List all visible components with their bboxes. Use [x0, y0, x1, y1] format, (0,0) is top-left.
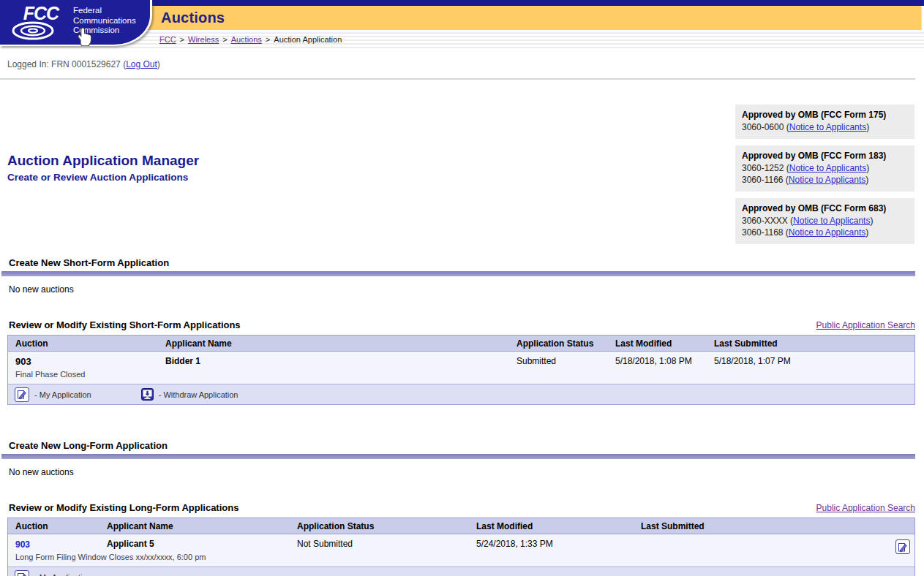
table-legend: - My Application: [8, 566, 914, 576]
auction-number: 903: [8, 356, 158, 367]
column-header-application-status: Application Status: [509, 338, 608, 349]
column-header-applicant-name: Applicant Name: [158, 338, 509, 349]
application-status: Submitted: [509, 356, 608, 366]
page-subtitle: Create or Review Auction Applications: [7, 172, 199, 183]
table-row: 903 Bidder 1 Submitted 5/18/2018, 1:08 P…: [8, 352, 914, 384]
breadcrumb-link-fcc[interactable]: FCC: [159, 35, 176, 44]
withdraw-application-icon: [141, 388, 154, 401]
omb-box-form-175: Approved by OMB (FCC Form 175) 3060-0600…: [735, 105, 914, 139]
review-short-form-heading: Review or Modify Existing Short-Form App…: [9, 319, 241, 330]
create-short-form-heading: Create New Short-Form Application: [9, 257, 924, 268]
table-header-row: Auction Applicant Name Application Statu…: [8, 336, 914, 352]
notice-to-applicants-link[interactable]: Notice to Applicants: [789, 227, 865, 238]
my-application-icon: [15, 387, 29, 402]
banner: Auctions: [146, 6, 921, 30]
create-long-form-heading: Create New Long-Form Application: [9, 440, 924, 451]
breadcrumb-link-wireless[interactable]: Wireless: [188, 35, 219, 44]
applicant-name: Bidder 1: [158, 356, 509, 366]
table-row: 903 Applicant 5 Not Submitted 5/24/2018,…: [8, 534, 914, 566]
column-header-application-status: Application Status: [290, 521, 469, 531]
site-header: Auctions FCC>Wireless>Auctions>Auction A…: [0, 0, 924, 49]
applicant-name: Applicant 5: [99, 539, 290, 549]
breadcrumb-separator: >: [180, 35, 184, 44]
column-header-auction: Auction: [8, 521, 99, 531]
application-status: Not Submitted: [290, 539, 469, 549]
breadcrumb-separator: >: [222, 35, 227, 44]
svg-text:FCC: FCC: [23, 3, 60, 23]
banner-title: Auctions: [146, 6, 921, 30]
column-header-last-modified: Last Modified: [469, 521, 634, 531]
logged-in-text: Logged In: FRN 0001529627: [7, 59, 121, 69]
breadcrumb-separator: >: [266, 35, 270, 44]
public-application-search-link[interactable]: Public Application Search: [816, 503, 915, 513]
no-new-auctions-text: No new auctions: [9, 284, 924, 295]
notice-to-applicants-link[interactable]: Notice to Applicants: [789, 163, 866, 173]
legend-label: - My Application: [34, 573, 91, 576]
breadcrumb-link-auctions[interactable]: Auctions: [231, 35, 262, 44]
last-modified: 5/24/2018, 1:33 PM: [469, 539, 634, 549]
last-modified: 5/18/2018, 1:08 PM: [608, 356, 707, 366]
login-bar: Logged In: FRN 0001529627 (Log Out): [7, 59, 924, 69]
column-header-last-submitted: Last Submitted: [707, 338, 914, 349]
notice-to-applicants-link[interactable]: Notice to Applicants: [789, 175, 865, 185]
omb-box-form-183: Approved by OMB (FCC Form 183) 3060-1252…: [735, 145, 914, 192]
breadcrumb-current: Auction Application: [274, 35, 342, 44]
filing-window-note: Long Form Filing Window Closes xx/xx/xxx…: [8, 550, 914, 566]
my-application-icon: [15, 570, 29, 576]
column-header-auction: Auction: [8, 338, 158, 349]
mouse-cursor: [75, 27, 92, 46]
review-long-form-heading: Review or Modify Existing Long-Form Appl…: [9, 502, 238, 513]
column-header-last-modified: Last Modified: [608, 338, 707, 349]
short-form-applications-table: Auction Applicant Name Application Statu…: [7, 335, 915, 405]
page-title: Auction Application Manager: [7, 153, 199, 169]
legend-label: - Withdraw Application: [159, 390, 238, 399]
omb-box-form-683: Approved by OMB (FCC Form 683) 3060-XXXX…: [735, 198, 914, 244]
fcc-seal-icon: FCC: [10, 3, 70, 44]
omb-notices: Approved by OMB (FCC Form 175) 3060-0600…: [735, 105, 914, 244]
column-header-applicant-name: Applicant Name: [99, 521, 290, 531]
notice-to-applicants-link[interactable]: Notice to Applicants: [789, 122, 866, 132]
table-legend: - My Application - Withdraw Application: [8, 384, 914, 404]
no-new-auctions-text: No new auctions: [9, 467, 924, 477]
auction-phase-note: Final Phase Closed: [8, 367, 914, 384]
page-title-block: Auction Application Manager Create or Re…: [7, 153, 199, 244]
last-submitted: 5/18/2018, 1:07 PM: [707, 356, 914, 366]
public-application-search-link[interactable]: Public Application Search: [816, 320, 915, 330]
column-header-last-submitted: Last Submitted: [634, 521, 914, 531]
long-form-applications-table: Auction Applicant Name Application Statu…: [7, 518, 915, 576]
section-divider-bar: [1, 454, 915, 459]
logout-link[interactable]: Log Out: [126, 59, 157, 69]
section-divider-bar: [1, 271, 915, 276]
horizontal-rule: [0, 78, 915, 80]
my-application-button[interactable]: [895, 539, 910, 554]
table-header-row: Auction Applicant Name Application Statu…: [8, 518, 914, 534]
notice-to-applicants-link[interactable]: Notice to Applicants: [793, 216, 870, 226]
auction-number-link[interactable]: 903: [15, 539, 30, 550]
legend-label: - My Application: [34, 390, 91, 399]
